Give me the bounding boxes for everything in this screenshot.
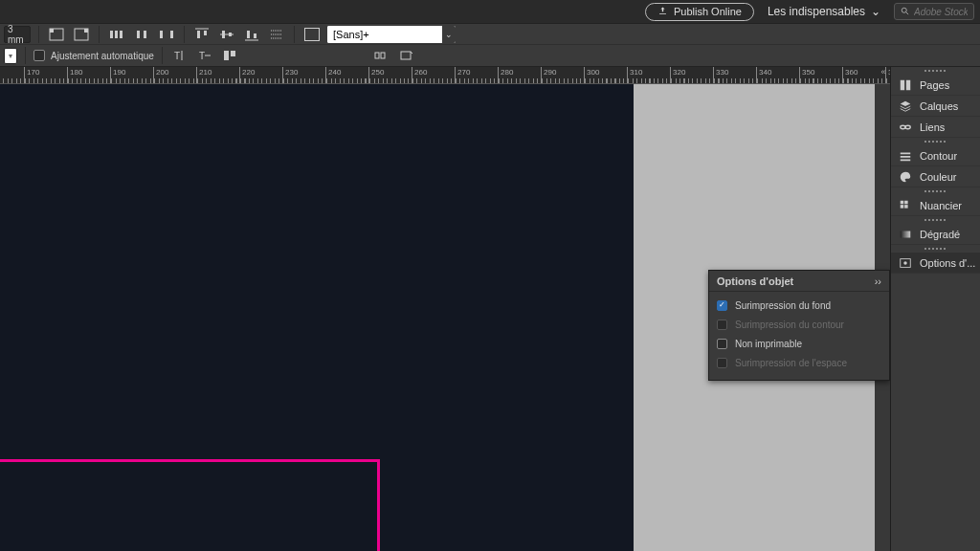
- panel-header[interactable]: Options d'objet ››: [709, 271, 889, 292]
- panel-links[interactable]: Liens: [891, 117, 980, 138]
- svg-rect-15: [204, 31, 207, 35]
- panel-option-row: Surimpression du contour: [717, 315, 881, 334]
- svg-rect-34: [901, 79, 904, 90]
- grip-icon[interactable]: [891, 187, 980, 195]
- align-justify-button[interactable]: [267, 26, 286, 43]
- paragraph-style-select[interactable]: ⌄: [327, 26, 456, 43]
- grip-icon[interactable]: [891, 67, 980, 75]
- text-rotate-0-button[interactable]: T: [170, 47, 189, 64]
- ruler-segment: 260: [412, 67, 455, 84]
- svg-rect-9: [137, 31, 140, 38]
- gradient-icon: [899, 228, 912, 241]
- svg-rect-11: [160, 31, 163, 38]
- checkbox-icon[interactable]: [717, 300, 727, 311]
- svg-rect-10: [144, 31, 146, 38]
- grip-icon[interactable]: [891, 138, 980, 145]
- publish-online-button[interactable]: Publish Online: [645, 3, 754, 21]
- checkbox-icon: [717, 320, 727, 330]
- svg-point-37: [905, 125, 910, 129]
- option-label: Surimpression du contour: [735, 320, 844, 330]
- panel-gradient[interactable]: Dégradé: [891, 224, 980, 245]
- inset-field[interactable]: 3 mm: [4, 26, 31, 43]
- panel-label: Dégradé: [920, 229, 960, 240]
- collapse-chevron-icon[interactable]: ››: [875, 276, 881, 287]
- distribute-h-right-button[interactable]: [157, 26, 176, 43]
- option-label: Non imprimable: [735, 339, 802, 349]
- dock-collapse-icon[interactable]: «: [877, 67, 890, 77]
- svg-rect-30: [231, 51, 235, 56]
- chevron-down-icon: ⌄: [871, 5, 880, 18]
- distribute-h-left-button[interactable]: [107, 26, 126, 43]
- options-a-button[interactable]: [371, 47, 390, 64]
- panel-color[interactable]: Couleur: [891, 166, 980, 187]
- layers-icon: [899, 99, 912, 113]
- svg-rect-7: [115, 31, 118, 38]
- align-vcenter-button[interactable]: [217, 26, 236, 43]
- checkbox-box-icon: [33, 50, 45, 61]
- grip-icon[interactable]: [891, 216, 980, 224]
- svg-rect-14: [197, 31, 200, 38]
- horizontal-ruler[interactable]: 1601701801902002102202302402502602702802…: [0, 67, 890, 84]
- chevron-down-icon[interactable]: ⌄: [442, 26, 456, 43]
- adobe-stock-search[interactable]: [894, 3, 974, 20]
- selected-frame[interactable]: [0, 459, 380, 551]
- svg-rect-32: [381, 53, 385, 58]
- control-bar: 3 mm ⌄ ▾ Ajustement automatique T T: [0, 23, 980, 67]
- checkbox-icon[interactable]: [717, 339, 727, 349]
- auto-adjust-checkbox[interactable]: Ajustement automatique: [33, 50, 154, 61]
- svg-rect-8: [120, 31, 122, 38]
- ruler-segment: 350: [799, 67, 842, 84]
- ruler-segment: 160: [0, 67, 24, 84]
- canvas-area[interactable]: 1601701801902002102202302402502602702802…: [0, 67, 890, 551]
- svg-text:T: T: [199, 51, 205, 61]
- rows-stepper[interactable]: ▾: [4, 48, 17, 64]
- panel-layers[interactable]: Calques: [891, 96, 980, 117]
- style-input[interactable]: [327, 26, 442, 43]
- ruler-segment: 180: [67, 67, 110, 84]
- svg-rect-44: [904, 205, 908, 209]
- svg-rect-45: [901, 231, 911, 237]
- stock-search-input[interactable]: [914, 7, 968, 17]
- panel-swatches[interactable]: Nuancier: [891, 195, 980, 216]
- panel-object-options[interactable]: Options d'...: [891, 253, 980, 274]
- anchor-tr-button[interactable]: [72, 26, 91, 43]
- options-b-button[interactable]: [396, 47, 415, 64]
- svg-rect-43: [901, 205, 904, 209]
- ruler-segment: 320: [670, 67, 713, 84]
- svg-rect-20: [247, 31, 250, 38]
- svg-point-0: [902, 8, 906, 12]
- cell-style-button[interactable]: [302, 26, 322, 43]
- stroke-icon: [899, 149, 912, 163]
- grip-icon[interactable]: [891, 245, 980, 253]
- ruler-segment: 200: [153, 67, 196, 84]
- svg-rect-17: [222, 31, 225, 38]
- panel-label: Options d'...: [920, 257, 975, 269]
- svg-rect-5: [84, 29, 88, 33]
- svg-rect-42: [904, 200, 908, 204]
- workspace-switcher[interactable]: Les indispensables ⌄: [768, 5, 880, 18]
- panel-stroke[interactable]: Contour: [891, 145, 980, 166]
- ruler-segment: 170: [24, 67, 67, 84]
- panel-option-row[interactable]: Surimpression du fond: [717, 296, 881, 315]
- publish-label: Publish Online: [674, 6, 742, 17]
- panel-label: Couleur: [920, 171, 957, 183]
- cell-options-button[interactable]: [220, 47, 239, 64]
- svg-point-36: [901, 125, 905, 129]
- distribute-h-center-button[interactable]: [132, 26, 151, 43]
- align-top-button[interactable]: [192, 26, 212, 43]
- checkbox-icon: [717, 358, 727, 368]
- ruler-segment: 340: [756, 67, 799, 84]
- align-bottom-button[interactable]: [242, 26, 261, 43]
- text-rotate-90-button[interactable]: T: [195, 47, 214, 64]
- ruler-segment: 210: [196, 67, 239, 84]
- panel-option-row: Surimpression de l'espace: [717, 353, 881, 372]
- right-panel-dock: « Pages Calques Liens Contour Couleur Nu…: [890, 67, 980, 551]
- svg-rect-41: [901, 200, 904, 204]
- ruler-segment: 270: [455, 67, 498, 84]
- panel-pages[interactable]: Pages: [891, 75, 980, 96]
- workspace: 1601701801902002102202302402502602702802…: [0, 67, 980, 551]
- panel-option-row[interactable]: Non imprimable: [717, 334, 881, 353]
- links-icon: [899, 121, 912, 134]
- anchor-tl-button[interactable]: [47, 26, 66, 43]
- panel-title: Options d'objet: [717, 276, 793, 287]
